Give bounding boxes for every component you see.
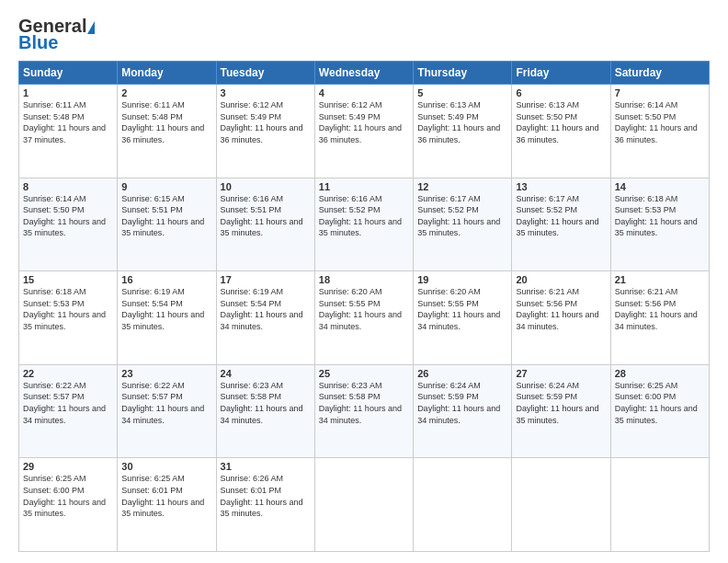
day-number: 2 [121, 87, 211, 98]
calendar-week-5: 29Sunrise: 6:25 AMSunset: 6:00 PMDayligh… [19, 458, 710, 552]
day-number: 30 [121, 461, 211, 472]
day-cell-21: 21Sunrise: 6:21 AMSunset: 5:56 PMDayligh… [610, 271, 709, 365]
day-number: 20 [516, 274, 606, 285]
day-detail: Sunrise: 6:17 AMSunset: 5:52 PMDaylight:… [417, 194, 500, 238]
day-number: 16 [121, 274, 211, 285]
calendar-page: General Blue SundayMondayTuesdayWednesda… [0, 0, 728, 563]
day-cell-20: 20Sunrise: 6:21 AMSunset: 5:56 PMDayligh… [512, 271, 610, 365]
day-cell-16: 16Sunrise: 6:19 AMSunset: 5:54 PMDayligh… [118, 271, 216, 365]
day-header-wednesday: Wednesday [314, 62, 413, 85]
day-detail: Sunrise: 6:19 AMSunset: 5:54 PMDaylight:… [221, 287, 303, 331]
empty-cell [414, 458, 512, 552]
day-cell-13: 13Sunrise: 6:17 AMSunset: 5:52 PMDayligh… [512, 178, 610, 271]
day-cell-12: 12Sunrise: 6:17 AMSunset: 5:52 PMDayligh… [414, 178, 512, 271]
day-cell-26: 26Sunrise: 6:24 AMSunset: 5:59 PMDayligh… [414, 364, 512, 458]
day-number: 9 [121, 181, 211, 192]
day-number: 6 [516, 87, 606, 98]
day-detail: Sunrise: 6:12 AMSunset: 5:49 PMDaylight:… [319, 100, 402, 144]
day-header-sunday: Sunday [19, 62, 118, 85]
day-number: 7 [615, 87, 705, 98]
day-number: 27 [516, 368, 606, 379]
day-cell-9: 9Sunrise: 6:15 AMSunset: 5:51 PMDaylight… [118, 178, 216, 271]
day-cell-1: 1Sunrise: 6:11 AMSunset: 5:48 PMDaylight… [19, 85, 118, 178]
calendar-table: SundayMondayTuesdayWednesdayThursdayFrid… [18, 61, 710, 552]
header: General Blue [18, 17, 710, 52]
day-detail: Sunrise: 6:25 AMSunset: 6:00 PMDaylight:… [615, 381, 698, 425]
day-detail: Sunrise: 6:20 AMSunset: 5:55 PMDaylight:… [319, 287, 402, 331]
day-detail: Sunrise: 6:22 AMSunset: 5:57 PMDaylight:… [121, 381, 204, 425]
day-number: 24 [221, 368, 311, 379]
day-cell-23: 23Sunrise: 6:22 AMSunset: 5:57 PMDayligh… [118, 364, 216, 458]
day-cell-6: 6Sunrise: 6:13 AMSunset: 5:50 PMDaylight… [512, 85, 610, 178]
empty-cell [314, 458, 413, 552]
day-detail: Sunrise: 6:13 AMSunset: 5:50 PMDaylight:… [516, 100, 598, 144]
day-detail: Sunrise: 6:22 AMSunset: 5:57 PMDaylight:… [23, 381, 106, 425]
calendar-week-3: 15Sunrise: 6:18 AMSunset: 5:53 PMDayligh… [19, 271, 710, 365]
day-header-thursday: Thursday [414, 62, 512, 85]
day-detail: Sunrise: 6:12 AMSunset: 5:49 PMDaylight:… [221, 100, 303, 144]
day-cell-5: 5Sunrise: 6:13 AMSunset: 5:49 PMDaylight… [414, 85, 512, 178]
day-number: 10 [221, 181, 311, 192]
day-number: 15 [23, 274, 113, 285]
day-number: 5 [417, 87, 507, 98]
day-detail: Sunrise: 6:16 AMSunset: 5:51 PMDaylight:… [221, 194, 303, 238]
day-number: 17 [221, 274, 311, 285]
day-detail: Sunrise: 6:18 AMSunset: 5:53 PMDaylight:… [615, 194, 698, 238]
day-detail: Sunrise: 6:20 AMSunset: 5:55 PMDaylight:… [417, 287, 500, 331]
day-number: 3 [221, 87, 311, 98]
day-cell-15: 15Sunrise: 6:18 AMSunset: 5:53 PMDayligh… [19, 271, 118, 365]
day-detail: Sunrise: 6:11 AMSunset: 5:48 PMDaylight:… [23, 100, 106, 144]
day-cell-25: 25Sunrise: 6:23 AMSunset: 5:58 PMDayligh… [314, 364, 413, 458]
day-number: 13 [516, 181, 606, 192]
day-detail: Sunrise: 6:25 AMSunset: 6:00 PMDaylight:… [23, 474, 106, 518]
day-detail: Sunrise: 6:11 AMSunset: 5:48 PMDaylight:… [121, 100, 204, 144]
day-cell-7: 7Sunrise: 6:14 AMSunset: 5:50 PMDaylight… [610, 85, 709, 178]
day-detail: Sunrise: 6:13 AMSunset: 5:49 PMDaylight:… [417, 100, 500, 144]
day-detail: Sunrise: 6:24 AMSunset: 5:59 PMDaylight:… [417, 381, 500, 425]
day-detail: Sunrise: 6:19 AMSunset: 5:54 PMDaylight:… [121, 287, 204, 331]
day-detail: Sunrise: 6:17 AMSunset: 5:52 PMDaylight:… [516, 194, 598, 238]
day-number: 8 [23, 181, 113, 192]
day-header-friday: Friday [512, 62, 610, 85]
day-detail: Sunrise: 6:14 AMSunset: 5:50 PMDaylight:… [615, 100, 698, 144]
day-cell-22: 22Sunrise: 6:22 AMSunset: 5:57 PMDayligh… [19, 364, 118, 458]
day-cell-3: 3Sunrise: 6:12 AMSunset: 5:49 PMDaylight… [216, 85, 314, 178]
day-number: 28 [615, 368, 705, 379]
day-cell-2: 2Sunrise: 6:11 AMSunset: 5:48 PMDaylight… [118, 85, 216, 178]
calendar-week-2: 8Sunrise: 6:14 AMSunset: 5:50 PMDaylight… [19, 178, 710, 271]
logo-blue: Blue [18, 32, 58, 52]
day-header-saturday: Saturday [610, 62, 709, 85]
day-number: 29 [23, 461, 113, 472]
day-cell-17: 17Sunrise: 6:19 AMSunset: 5:54 PMDayligh… [216, 271, 314, 365]
day-cell-30: 30Sunrise: 6:25 AMSunset: 6:01 PMDayligh… [118, 458, 216, 552]
day-cell-31: 31Sunrise: 6:26 AMSunset: 6:01 PMDayligh… [216, 458, 314, 552]
day-detail: Sunrise: 6:16 AMSunset: 5:52 PMDaylight:… [319, 194, 402, 238]
day-number: 23 [121, 368, 211, 379]
day-cell-18: 18Sunrise: 6:20 AMSunset: 5:55 PMDayligh… [314, 271, 413, 365]
calendar-week-4: 22Sunrise: 6:22 AMSunset: 5:57 PMDayligh… [19, 364, 710, 458]
day-header-monday: Monday [118, 62, 216, 85]
day-cell-28: 28Sunrise: 6:25 AMSunset: 6:00 PMDayligh… [610, 364, 709, 458]
logo: General Blue [18, 17, 95, 52]
day-detail: Sunrise: 6:26 AMSunset: 6:01 PMDaylight:… [221, 474, 303, 518]
calendar-header-row: SundayMondayTuesdayWednesdayThursdayFrid… [19, 62, 710, 85]
logo-arrow [87, 21, 95, 34]
day-cell-19: 19Sunrise: 6:20 AMSunset: 5:55 PMDayligh… [414, 271, 512, 365]
day-number: 21 [615, 274, 705, 285]
day-number: 26 [417, 368, 507, 379]
day-cell-11: 11Sunrise: 6:16 AMSunset: 5:52 PMDayligh… [314, 178, 413, 271]
day-detail: Sunrise: 6:18 AMSunset: 5:53 PMDaylight:… [23, 287, 106, 331]
empty-cell [512, 458, 610, 552]
day-cell-4: 4Sunrise: 6:12 AMSunset: 5:49 PMDaylight… [314, 85, 413, 178]
empty-cell [610, 458, 709, 552]
day-cell-29: 29Sunrise: 6:25 AMSunset: 6:00 PMDayligh… [19, 458, 118, 552]
calendar-week-1: 1Sunrise: 6:11 AMSunset: 5:48 PMDaylight… [19, 85, 710, 178]
day-cell-8: 8Sunrise: 6:14 AMSunset: 5:50 PMDaylight… [19, 178, 118, 271]
day-detail: Sunrise: 6:21 AMSunset: 5:56 PMDaylight:… [615, 287, 698, 331]
day-detail: Sunrise: 6:15 AMSunset: 5:51 PMDaylight:… [121, 194, 204, 238]
day-cell-14: 14Sunrise: 6:18 AMSunset: 5:53 PMDayligh… [610, 178, 709, 271]
day-detail: Sunrise: 6:23 AMSunset: 5:58 PMDaylight:… [319, 381, 402, 425]
day-detail: Sunrise: 6:21 AMSunset: 5:56 PMDaylight:… [516, 287, 598, 331]
day-detail: Sunrise: 6:24 AMSunset: 5:59 PMDaylight:… [516, 381, 598, 425]
day-cell-24: 24Sunrise: 6:23 AMSunset: 5:58 PMDayligh… [216, 364, 314, 458]
